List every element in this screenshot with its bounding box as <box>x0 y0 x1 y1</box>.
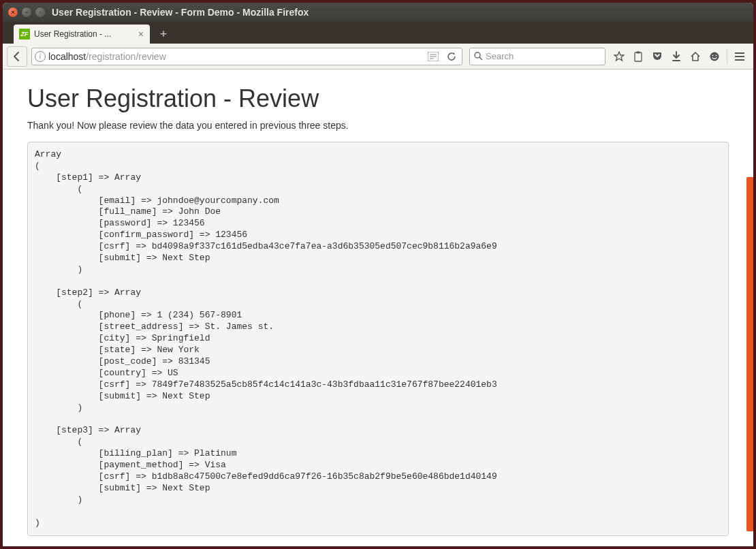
url-text: localhost/registration/review <box>48 51 422 62</box>
svg-rect-7 <box>637 51 640 53</box>
reader-mode-icon[interactable] <box>425 52 441 61</box>
zf-favicon-icon: ZF <box>19 29 30 40</box>
page-lead: Thank you! Now please review the data yo… <box>27 120 729 131</box>
svg-rect-6 <box>635 52 642 61</box>
svg-line-5 <box>479 57 482 60</box>
tab-strip: ZF User Registration - ... × + <box>3 22 753 44</box>
tab-close-button[interactable]: × <box>136 29 146 40</box>
site-info-icon[interactable]: i <box>35 51 46 62</box>
browser-window: × − ▫ User Registration - Review - Form … <box>3 3 753 546</box>
window-title: User Registration - Review - Form Demo -… <box>52 7 309 18</box>
url-path: /registration/review <box>86 51 166 62</box>
browser-tab[interactable]: ZF User Registration - ... × <box>14 25 150 44</box>
tab-label: User Registration - ... <box>34 29 132 39</box>
downloads-icon[interactable] <box>667 48 686 65</box>
url-host: localhost <box>48 51 86 62</box>
svg-point-9 <box>710 52 719 61</box>
search-placeholder: Search <box>486 51 514 61</box>
window-close-button[interactable]: × <box>8 7 18 17</box>
toolbar-divider <box>727 49 727 64</box>
window-minimize-button[interactable]: − <box>22 7 31 17</box>
back-button[interactable] <box>7 46 27 67</box>
page-heading: User Registration - Review <box>27 84 729 113</box>
pocket-icon[interactable] <box>648 48 667 65</box>
svg-point-4 <box>475 52 480 58</box>
new-tab-button[interactable]: + <box>154 26 173 42</box>
home-icon[interactable] <box>686 48 705 65</box>
data-dump: Array ( [step1] => Array ( [email] => jo… <box>27 142 729 536</box>
toolbar-actions <box>610 48 749 65</box>
unity-scrollbar[interactable] <box>746 177 753 531</box>
window-controls: × − ▫ <box>8 7 45 17</box>
window-titlebar: × − ▫ User Registration - Review - Form … <box>3 3 753 22</box>
menu-icon[interactable] <box>730 48 749 65</box>
svg-point-11 <box>716 54 717 56</box>
reload-button[interactable] <box>444 52 459 61</box>
smiley-icon[interactable] <box>705 48 724 65</box>
svg-point-10 <box>712 54 714 56</box>
navigation-toolbar: i localhost/registration/review Search <box>3 44 753 69</box>
window-maximize-button[interactable]: ▫ <box>35 7 45 17</box>
url-bar[interactable]: i localhost/registration/review <box>31 48 462 65</box>
search-bar[interactable]: Search <box>469 48 605 65</box>
bookmark-star-icon[interactable] <box>610 48 629 65</box>
clipboard-icon[interactable] <box>629 48 648 65</box>
search-icon <box>474 52 483 61</box>
page-content: User Registration - Review Thank you! No… <box>3 69 753 546</box>
